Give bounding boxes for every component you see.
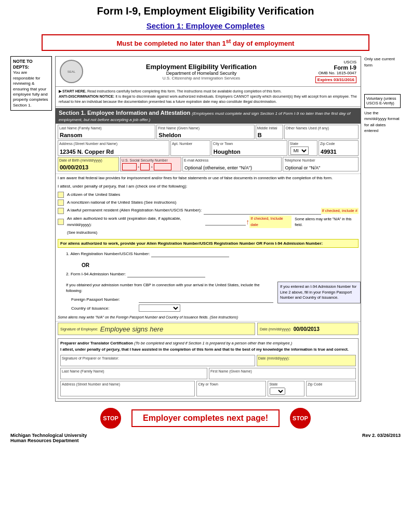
middle-initial-label: Middle Initial: [257, 126, 277, 130]
prep-state-cell: State: [268, 381, 304, 396]
ssn-label: U.S. Social Security Number: [122, 158, 168, 162]
passport-fields: Foreign Passport Number: Country of Issu…: [56, 295, 275, 314]
prep-first-label: First Name (Given Name): [210, 369, 252, 373]
prep-sig-label: Signature of Preparer or Translator:: [62, 356, 119, 360]
preparer-attest: I attest, under penalty of perjury, that…: [60, 347, 356, 353]
apt-label: Apt. Number: [172, 142, 192, 145]
checkbox-alien-label: An alien authorized to work until (expir…: [67, 216, 203, 229]
preparer-title: Preparer and/or Translator Certification…: [60, 341, 356, 345]
checkbox-citizen[interactable]: [58, 192, 64, 198]
ssn-cell: U.S. Social Security Number - -: [120, 157, 181, 171]
bottom-stop-row: STOP Employer completes next page! STOP: [10, 408, 401, 429]
other-names-label: Other Names Used (if any): [286, 126, 329, 130]
anti-disc: ▶ START HERE. Read instructions carefull…: [56, 87, 361, 107]
right-annotations: Only use current form Voluntary (unless …: [364, 56, 401, 134]
i94-input[interactable]: [127, 270, 205, 277]
permanent-resident-field[interactable]: [204, 207, 321, 215]
foreign-passport-input[interactable]: [139, 296, 273, 303]
address-row: Address (Street Number and Name) 12345 N…: [58, 140, 359, 156]
prep-zip-label: Zip Code: [308, 382, 322, 386]
attest-item-permanent: A lawful permanent resident (Alien Regis…: [58, 207, 359, 215]
prep-last-cell: Last Name (Family Name): [60, 368, 207, 379]
stop-sign-right: STOP: [290, 408, 311, 429]
stop-sign-left: STOP: [100, 408, 121, 429]
alien-reg-label: 1. Alien Registration Number/USCIS Numbe…: [66, 251, 150, 256]
aliens-n-a-note: Some aliens may write "N/A" on the Forei…: [56, 314, 275, 320]
prep-date-label: Date (mm/dd/yyyy):: [258, 356, 290, 360]
checkbox-permanent[interactable]: [58, 208, 64, 214]
some-aliens-note: Some aliens may write "N/A" in this fiel…: [295, 216, 359, 228]
or-label: OR: [56, 262, 361, 268]
country-row: Country of Issuance:: [71, 304, 273, 312]
city-label: City or Town: [213, 142, 233, 145]
country-select[interactable]: [139, 304, 180, 312]
i94-fields: 2. Form I-94 Admission Number:: [56, 269, 361, 282]
prep-name-row: Last Name (Family Name) First Name (Give…: [60, 368, 356, 379]
foreign-passport-label: Foreign Passport Number:: [71, 297, 139, 302]
checkbox-alien[interactable]: [58, 219, 64, 225]
preparer-section: Preparer and/or Translator Certification…: [58, 338, 359, 399]
dob-cell: Date of Birth (mm/dd/yyyy) 00/00/2013: [58, 157, 119, 171]
dob-ssn-row: Date of Birth (mm/dd/yyyy) 00/00/2013 U.…: [58, 157, 359, 171]
checkbox-noncitizen-label: A noncitizen national of the United Stat…: [67, 200, 176, 206]
prep-state-select[interactable]: [270, 388, 285, 395]
uscis-label: USCIS: [315, 60, 356, 64]
agency-text: Employment Eligibility Verification Depa…: [87, 63, 315, 81]
ssn-part3: [154, 163, 171, 170]
apt-cell: Apt. Number: [170, 140, 210, 156]
prep-city-label: City or Town: [198, 382, 218, 386]
checkbox-permanent-label: A lawful permanent resident (Alien Regis…: [67, 207, 202, 214]
checkbox-citizen-label: A citizen of the United States: [67, 192, 120, 198]
note-to-depts: NOTE TO DEPTS: You are responsible for r…: [10, 56, 52, 111]
prep-address-cell: Address (Street Number and Name): [60, 381, 195, 396]
cbp-left: If you obtained your admission number fr…: [56, 282, 275, 320]
checkbox-noncitizen[interactable]: [58, 200, 64, 206]
prep-city-cell: City or Town: [196, 381, 266, 396]
name-row: Last Name (Family Name) Ransom First Nam…: [58, 125, 359, 139]
sig-value: Employee signs here: [100, 325, 163, 333]
alien-expiry-field[interactable]: [205, 218, 246, 225]
sig-cell: Signature of Employee: Employee signs he…: [58, 323, 255, 335]
prep-date-cell: Date (mm/dd/yyyy):: [257, 355, 356, 366]
note-title: NOTE TO DEPTS:: [13, 59, 49, 70]
aware-text: I am aware that federal law provides for…: [56, 174, 361, 183]
apt-value: [173, 149, 208, 155]
last-name-label: Last Name (Family Name): [59, 126, 102, 130]
footer: Michigan Technological University Human …: [10, 433, 401, 443]
must-complete-end: day of employment: [231, 39, 294, 47]
email-cell: E-mail Address Optional (otherwise, ente…: [182, 157, 282, 171]
prep-zip-cell: Zip Code: [306, 381, 356, 396]
preparer-fields: Signature of Preparer or Translator: Dat…: [60, 355, 356, 396]
page-main-title: Form I-9, Employment Eligibility Verific…: [10, 5, 401, 17]
dob-label: Date of Birth (mm/dd/yyyy): [59, 158, 102, 162]
must-complete-box: Must be completed no later than 1st day …: [42, 34, 369, 51]
cbp-section: If you obtained your admission number fr…: [56, 282, 361, 320]
zip-cell: Zip Code 49931: [319, 140, 359, 156]
alien-see-instructions: (See instructions): [67, 230, 359, 236]
alien-reg-input[interactable]: [151, 250, 229, 257]
prep-sig-cell: Signature of Preparer or Translator:: [60, 355, 255, 366]
section-title: Section 1: Employee Completes: [10, 21, 401, 30]
alien-authorized-label: For aliens authorized to work, provide y…: [58, 239, 359, 248]
state-select[interactable]: MI: [290, 147, 309, 155]
attest-item-citizen: A citizen of the United States: [58, 192, 359, 198]
alien-reg-row: 1. Alien Registration Number/USCIS Numbe…: [66, 250, 359, 257]
last-name-cell: Last Name (Family Name) Ransom: [58, 125, 155, 139]
footer-right: Rev 2. 03/26/2013: [362, 433, 401, 443]
footer-university: Michigan Technological University: [10, 433, 87, 438]
first-name-cell: First Name (Given Name) Sheldon: [156, 125, 254, 139]
expiry-arrow-icon: ↑: [246, 216, 249, 228]
footer-dept: Human Resources Department: [10, 438, 87, 443]
attest-section: I attest, under penalty of perjury, that…: [56, 182, 361, 238]
zip-label: Zip Code: [320, 142, 335, 145]
prep-address-row: Address (Street Number and Name) City or…: [60, 381, 356, 396]
form-name: Form I-9: [315, 64, 356, 71]
ssn-part2: [140, 163, 150, 170]
start-here-text: Read instructions carefully before compl…: [87, 89, 282, 93]
other-names-value: [286, 132, 356, 138]
attest-item-alien: An alien authorized to work until (expir…: [58, 216, 359, 229]
prep-state-label: State: [269, 382, 277, 386]
only-use-current: Only use current form: [364, 56, 401, 68]
other-names-cell: Other Names Used (if any): [284, 125, 359, 139]
if-checked-date: If checked, Include date: [249, 216, 291, 228]
